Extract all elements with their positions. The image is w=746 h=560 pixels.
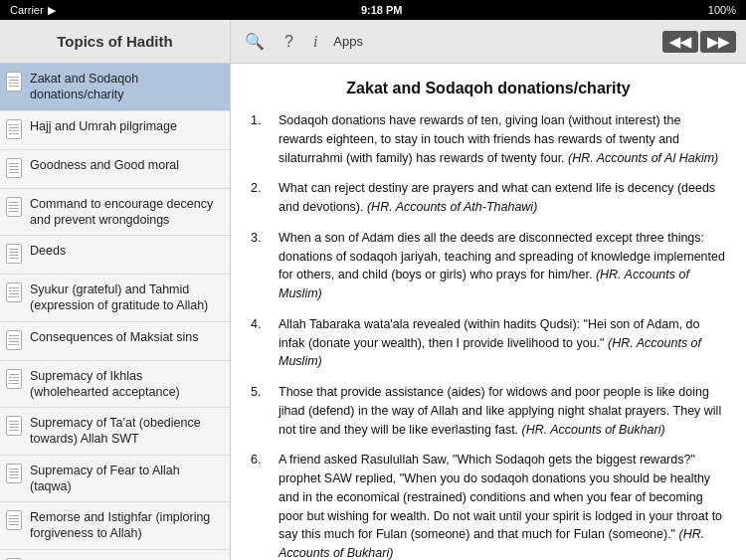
nav-buttons: ◀◀ ▶▶ <box>662 31 736 53</box>
hadith-text: A friend asked Rasulullah Saw, "Which So… <box>279 451 726 560</box>
hadith-number: 3. <box>251 229 269 303</box>
hadith-list: 1.Sodaqoh donations have rewards of ten,… <box>251 111 726 560</box>
toolbar: Topics of Hadith 🔍 ? i Apps ◀◀ ▶▶ <box>0 20 746 64</box>
hadith-item: 1.Sodaqoh donations have rewards of ten,… <box>251 111 726 167</box>
info-icon[interactable]: i <box>309 29 321 55</box>
sidebar-item-label: About mosque <box>30 557 110 561</box>
hadith-text: Sodaqoh donations have rewards of ten, g… <box>279 111 726 167</box>
hadith-item: 2.What can reject destiny are prayers an… <box>251 179 726 217</box>
sidebar-item[interactable]: Syukur (grateful) and Tahmid (expression… <box>0 275 230 322</box>
document-icon <box>6 158 24 181</box>
sidebar-item[interactable]: Zakat and Sodaqoh donations/charity <box>0 64 230 111</box>
hadith-text: When a son of Adam dies all the deeds ar… <box>279 229 726 303</box>
hadith-number: 2. <box>251 179 269 217</box>
carrier-label: Carrier <box>10 4 44 16</box>
sidebar: Zakat and Sodaqoh donations/charityHajj … <box>0 64 231 560</box>
status-left: Carrier ▶ <box>10 4 56 17</box>
document-icon <box>6 464 24 486</box>
document-icon <box>6 197 24 220</box>
hadith-item: 5.Those that provide assistance (aides) … <box>251 383 726 439</box>
document-icon <box>6 72 24 94</box>
document-icon <box>6 244 24 267</box>
sidebar-item-label: Goodness and Good moral <box>30 157 179 173</box>
toolbar-title: Topics of Hadith <box>0 20 231 63</box>
sidebar-item-label: Supremacy of Ikhlas (wholehearted accept… <box>30 368 222 401</box>
sidebar-item[interactable]: Supremacy of Ikhlas (wholehearted accept… <box>0 361 230 409</box>
sidebar-item[interactable]: Hajj and Umrah pilgrimage <box>0 111 230 150</box>
apps-button[interactable]: Apps <box>333 34 363 49</box>
status-time: 9:18 PM <box>361 4 403 16</box>
document-icon <box>6 369 24 392</box>
next-button[interactable]: ▶▶ <box>700 31 736 53</box>
sidebar-item-label: Command to encourage decency and prevent… <box>30 196 222 229</box>
search-icon[interactable]: 🔍 <box>241 28 269 55</box>
help-icon[interactable]: ? <box>280 29 297 55</box>
sidebar-item[interactable]: Consequences of Maksiat sins <box>0 322 230 361</box>
prev-button[interactable]: ◀◀ <box>662 31 698 53</box>
sidebar-item-label: Supremacy of Fear to Allah (taqwa) <box>30 463 222 495</box>
sidebar-item[interactable]: Supremacy of Ta'at (obedience towards) A… <box>0 408 230 456</box>
document-icon <box>6 416 24 439</box>
sidebar-item-label: Zakat and Sodaqoh donations/charity <box>30 71 222 103</box>
document-icon <box>6 510 24 533</box>
hadith-item: 3.When a son of Adam dies all the deeds … <box>251 229 726 303</box>
document-icon <box>6 119 24 142</box>
hadith-number: 1. <box>251 111 269 167</box>
document-icon <box>6 282 24 305</box>
hadith-number: 4. <box>251 315 269 371</box>
sidebar-item-label: Supremacy of Ta'at (obedience towards) A… <box>30 415 222 448</box>
sidebar-item[interactable]: Goodness and Good moral <box>0 150 230 189</box>
hadith-text: Allah Tabaraka wata'ala revealed (within… <box>279 315 726 371</box>
sidebar-item[interactable]: Deeds <box>0 236 230 275</box>
content-title: Zakat and Sodaqoh donations/charity <box>251 80 726 97</box>
hadith-text: Those that provide assistance (aides) fo… <box>279 383 726 439</box>
hadith-item: 4.Allah Tabaraka wata'ala revealed (with… <box>251 315 726 371</box>
sidebar-item-label: Hajj and Umrah pilgrimage <box>30 118 177 134</box>
sidebar-item-label: Remorse and Istighfar (imploring forgive… <box>30 509 222 542</box>
toolbar-actions: 🔍 ? i Apps ◀◀ ▶▶ <box>231 28 746 55</box>
signal-icon: ▶ <box>48 4 56 17</box>
sidebar-item-label: Syukur (grateful) and Tahmid (expression… <box>30 281 222 314</box>
main-layout: Zakat and Sodaqoh donations/charityHajj … <box>0 64 746 560</box>
sidebar-item[interactable]: Supremacy of Fear to Allah (taqwa) <box>0 456 230 503</box>
hadith-number: 5. <box>251 383 269 439</box>
battery-label: 100% <box>708 4 736 16</box>
sidebar-item[interactable]: Remorse and Istighfar (imploring forgive… <box>0 502 230 550</box>
hadith-text: What can reject destiny are prayers and … <box>279 179 726 217</box>
content-area: Zakat and Sodaqoh donations/charity 1.So… <box>231 64 746 560</box>
sidebar-item-label: Consequences of Maksiat sins <box>30 329 199 345</box>
hadith-item: 6.A friend asked Rasulullah Saw, "Which … <box>251 451 726 560</box>
sidebar-item[interactable]: About mosque <box>0 550 230 561</box>
hadith-number: 6. <box>251 451 269 560</box>
sidebar-item[interactable]: Command to encourage decency and prevent… <box>0 189 230 237</box>
sidebar-item-label: Deeds <box>30 243 66 259</box>
status-bar: Carrier ▶ 9:18 PM 100% <box>0 0 746 20</box>
document-icon <box>6 330 24 353</box>
